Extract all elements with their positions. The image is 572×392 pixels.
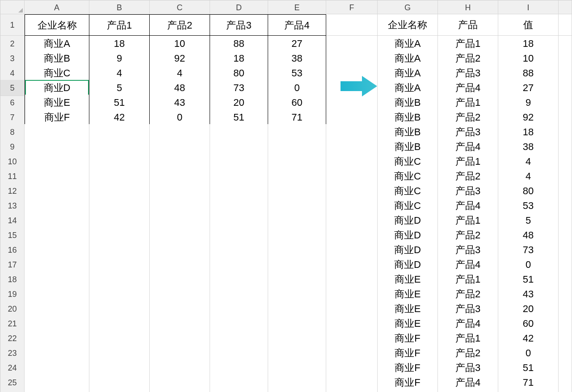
cell-D8[interactable]: [210, 124, 268, 140]
row-header-24[interactable]: 24: [0, 360, 25, 376]
cell-G26[interactable]: [378, 389, 438, 392]
row-header-16[interactable]: 16: [0, 242, 25, 258]
cell-F11[interactable]: [326, 168, 378, 184]
cell-E24[interactable]: [268, 360, 326, 376]
cell-B23[interactable]: [89, 345, 150, 361]
cell-B16[interactable]: [89, 242, 150, 258]
cell-I26[interactable]: [498, 389, 559, 392]
right-table-cell[interactable]: 商业D: [378, 242, 438, 258]
left-table-cell[interactable]: 73: [210, 80, 268, 96]
right-table-cell[interactable]: 商业F: [378, 375, 438, 391]
cell-A15[interactable]: [25, 227, 89, 243]
right-table-cell[interactable]: 商业A: [378, 65, 438, 81]
cell-F5[interactable]: [326, 80, 378, 96]
cell-E18[interactable]: [268, 271, 326, 288]
cell-F19[interactable]: [326, 286, 378, 302]
cell-F24[interactable]: [326, 360, 378, 376]
left-table-cell[interactable]: 4: [150, 65, 210, 81]
right-table-cell[interactable]: 产品2: [438, 345, 498, 361]
cell-C13[interactable]: [150, 198, 210, 214]
cell-F9[interactable]: [326, 139, 378, 155]
cell-A13[interactable]: [25, 198, 89, 214]
cell-E22[interactable]: [268, 330, 326, 346]
column-header-G[interactable]: G: [378, 0, 438, 14]
cell-F16[interactable]: [326, 242, 378, 258]
left-table-cell[interactable]: 10: [150, 36, 210, 52]
cell-B17[interactable]: [89, 257, 150, 273]
right-table-cell[interactable]: 产品3: [438, 301, 498, 317]
cell-D18[interactable]: [210, 271, 268, 288]
cell-C16[interactable]: [150, 242, 210, 258]
column-header-F[interactable]: F: [326, 0, 378, 14]
cell-A22[interactable]: [25, 330, 89, 346]
right-table-cell[interactable]: 产品1: [438, 95, 498, 111]
right-table-cell[interactable]: 商业A: [378, 80, 438, 96]
cell-B10[interactable]: [89, 154, 150, 170]
row-header-22[interactable]: 22: [0, 330, 25, 346]
row-header-1[interactable]: 1: [0, 14, 25, 36]
row-header-5[interactable]: 5: [0, 80, 25, 96]
cell-E21[interactable]: [268, 316, 326, 332]
right-table-cell[interactable]: 产品4: [438, 198, 498, 214]
cell-C11[interactable]: [150, 168, 210, 184]
right-table-cell[interactable]: 产品4: [438, 375, 498, 391]
row-header-13[interactable]: 13: [0, 198, 25, 214]
row-header-15[interactable]: 15: [0, 227, 25, 243]
cell-A16[interactable]: [25, 242, 89, 258]
right-table-cell[interactable]: 商业E: [378, 316, 438, 332]
row-header-20[interactable]: 20: [0, 301, 25, 317]
cell-F21[interactable]: [326, 316, 378, 332]
cell-B12[interactable]: [89, 183, 150, 199]
right-table-cell[interactable]: 商业C: [378, 198, 438, 214]
right-table-cell[interactable]: 10: [498, 50, 559, 67]
right-table-cell[interactable]: 商业B: [378, 109, 438, 125]
cell-C24[interactable]: [150, 360, 210, 376]
cell-C14[interactable]: [150, 213, 210, 229]
left-table-header[interactable]: 产品4: [268, 14, 326, 36]
cell-C19[interactable]: [150, 286, 210, 302]
cell-F22[interactable]: [326, 330, 378, 346]
cell-D15[interactable]: [210, 227, 268, 243]
right-table-cell[interactable]: 商业E: [378, 301, 438, 317]
right-table-cell[interactable]: 产品2: [438, 109, 498, 125]
cell-D22[interactable]: [210, 330, 268, 346]
right-table-cell[interactable]: 商业E: [378, 286, 438, 302]
cell-E12[interactable]: [268, 183, 326, 199]
right-table-cell[interactable]: 商业D: [378, 227, 438, 243]
right-table-cell[interactable]: 产品3: [438, 124, 498, 140]
left-table-cell[interactable]: 商业C: [25, 65, 89, 81]
right-table-cell[interactable]: 产品4: [438, 139, 498, 155]
cell-A11[interactable]: [25, 168, 89, 184]
right-table-cell[interactable]: 5: [498, 213, 559, 229]
right-table-cell[interactable]: 产品1: [438, 36, 498, 52]
cell-B20[interactable]: [89, 301, 150, 317]
left-table-cell[interactable]: 18: [210, 50, 268, 67]
cell-B11[interactable]: [89, 168, 150, 184]
row-header-25[interactable]: 25: [0, 375, 25, 391]
right-table-cell[interactable]: 92: [498, 109, 559, 125]
right-table-cell[interactable]: 88: [498, 65, 559, 81]
right-table-cell[interactable]: 产品2: [438, 50, 498, 67]
right-table-header[interactable]: 企业名称: [378, 14, 438, 36]
row-header-14[interactable]: 14: [0, 213, 25, 229]
cell-D25[interactable]: [210, 375, 268, 391]
right-table-cell[interactable]: 产品3: [438, 360, 498, 376]
cell-C15[interactable]: [150, 227, 210, 243]
right-table-cell[interactable]: 60: [498, 316, 559, 332]
cell-A14[interactable]: [25, 213, 89, 229]
cell-B13[interactable]: [89, 198, 150, 214]
left-table-cell[interactable]: 商业B: [25, 50, 89, 67]
cell-F17[interactable]: [326, 257, 378, 273]
cell-D19[interactable]: [210, 286, 268, 302]
left-table-cell[interactable]: 18: [89, 36, 150, 52]
left-table-cell[interactable]: 42: [89, 109, 150, 125]
cell-F3[interactable]: [326, 50, 378, 67]
column-header-H[interactable]: H: [438, 0, 498, 14]
right-table-cell[interactable]: 产品4: [438, 257, 498, 273]
right-table-cell[interactable]: 53: [498, 198, 559, 214]
cell-E26[interactable]: [268, 389, 326, 392]
spreadsheet-view[interactable]: ABCDEFGHI1企业名称产品1产品2产品3产品4企业名称产品值2商业A181…: [0, 0, 572, 392]
left-table-cell[interactable]: 商业F: [25, 109, 89, 125]
cell-A9[interactable]: [25, 139, 89, 155]
cell-E13[interactable]: [268, 198, 326, 214]
